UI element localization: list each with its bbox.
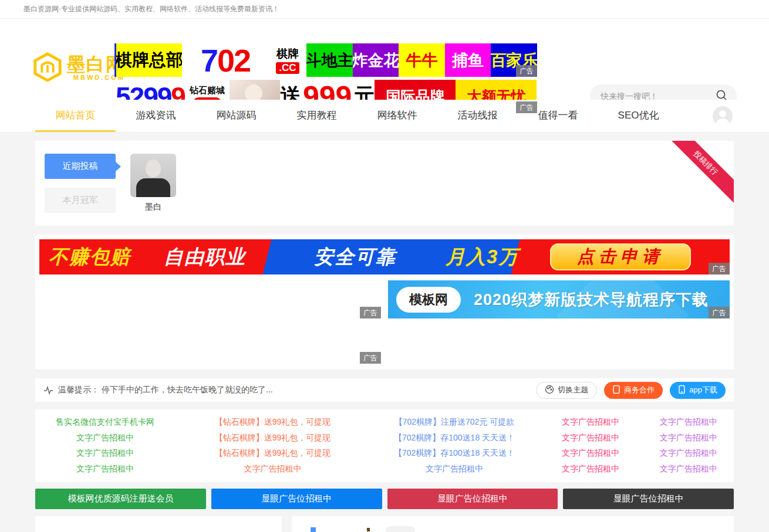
user-avatar-icon[interactable] bbox=[713, 106, 733, 126]
ad-badge: 广告 bbox=[709, 307, 730, 318]
text-ad-link[interactable]: 【702棋牌】注册送702元 可提款 bbox=[370, 417, 538, 428]
text-ad-link[interactable]: 文字广告招租中 bbox=[35, 448, 175, 459]
text-ad-link[interactable]: 文字广告招租中 bbox=[643, 417, 734, 428]
banner-button-ad-rent-1[interactable]: 显眼广告位招租中 bbox=[211, 489, 382, 509]
text-ad-link[interactable]: 文字广告招租中 bbox=[538, 464, 643, 475]
contributor-name: 墨白 bbox=[130, 202, 176, 212]
section-tab-peek bbox=[386, 526, 415, 532]
ad-badge: 广告 bbox=[516, 65, 537, 77]
palette-icon bbox=[545, 385, 554, 396]
banner-game: 牛牛 bbox=[399, 43, 445, 77]
ad-slot-empty[interactable] bbox=[388, 324, 730, 364]
contributors-card: 投稿排行 近期投稿 本月冠军 墨白 bbox=[35, 141, 734, 226]
text-ad-link[interactable]: 文字广告招租中 bbox=[538, 448, 643, 459]
ad-banner-702-qipai[interactable]: 棋牌总部 702 棋牌 .CC 斗地主 炸金花 牛牛 捕鱼 百家乐 广告 bbox=[114, 43, 537, 77]
banner-number: 702 bbox=[182, 43, 269, 77]
text-ad-link[interactable]: 文字广告招租中 bbox=[643, 464, 734, 475]
site-header: 墨白网 MBWD.COM 棋牌总部 702 棋牌 .CC 斗地主 炸金花 牛牛 … bbox=[0, 19, 769, 100]
muban-brand-pill: 模板网 bbox=[396, 287, 461, 313]
ad-slot-empty[interactable]: 广告 bbox=[39, 280, 381, 318]
nav-item-tutorials[interactable]: 实用教程 bbox=[276, 100, 357, 132]
text-ad-link[interactable]: 文字广告招租中 bbox=[35, 464, 175, 475]
ad-badge: 广告 bbox=[516, 101, 537, 113]
ad-banners-card: 不赚包赔 自由职业 安全可靠 月入3万 点击申请 广告 广告 模板网 2020织… bbox=[35, 235, 734, 370]
text-ad-link[interactable]: 【钻石棋牌】送99礼包，可提现 bbox=[175, 433, 370, 443]
banner-segment: 棋牌总部 bbox=[116, 43, 182, 77]
ad-badge: 广告 bbox=[360, 307, 381, 318]
banner-buttons-row: 模板网优质源码注册送会员 显眼广告位招租中 显眼广告位招租中 显眼广告位招租中 bbox=[35, 489, 734, 509]
banner-cc-stack: 棋牌 .CC bbox=[269, 43, 306, 77]
contrib-ranking-ribbon[interactable]: 投稿排行 bbox=[658, 141, 734, 211]
bottom-left-card bbox=[35, 516, 282, 532]
nav-item-activities[interactable]: 活动线报 bbox=[437, 100, 518, 132]
text-ad-link[interactable]: 【钻石棋牌】送99礼包，可提现 bbox=[175, 448, 370, 459]
ad-slot-row-2: 广告 bbox=[39, 324, 730, 364]
banner-button-ad-rent-2[interactable]: 显眼广告位招租中 bbox=[387, 489, 558, 509]
ad-banner-freelance-job[interactable]: 不赚包赔 自由职业 安全可靠 月入3万 点击申请 广告 bbox=[39, 239, 730, 275]
banner-brand: 钻石赌城 bbox=[190, 85, 225, 96]
notice-message: 停下手中的工作，快去吃午饭晚了就没的吃了... bbox=[102, 385, 273, 395]
ad-slot-row-1: 广告 模板网 2020织梦新版技术导航程序下载 广告 bbox=[39, 280, 730, 318]
text-ad-link[interactable]: 文字广告招租中 bbox=[643, 433, 734, 443]
contributor-item[interactable]: 墨白 bbox=[130, 154, 176, 212]
text-ad-link[interactable]: 文字广告招租中 bbox=[35, 433, 175, 443]
phone-icon bbox=[678, 385, 686, 396]
text-ad-link[interactable]: 【702棋牌】存100送18 天天送！ bbox=[370, 433, 538, 443]
bottom-section bbox=[35, 516, 734, 532]
banner-game: 斗地主 bbox=[306, 43, 353, 77]
section-accent-dot bbox=[367, 528, 370, 531]
ad-slot-empty[interactable]: 广告 bbox=[39, 324, 381, 364]
app-download-button[interactable]: app下载 bbox=[670, 382, 726, 399]
banner-button-muban-vip[interactable]: 模板网优质源码注册送会员 bbox=[35, 489, 206, 509]
tab-month-champion[interactable]: 本月冠军 bbox=[45, 188, 116, 213]
contact-book-icon bbox=[612, 385, 620, 396]
announcement-text: 墨白资源网·专业提供网站源码、实用教程、网络软件、活动线报等免费最新资讯！ bbox=[23, 4, 279, 14]
notice-bar: 温馨提示： 停下手中的工作，快去吃午饭晚了就没的吃了... 切换主题 bbox=[35, 378, 734, 402]
bottom-right-card bbox=[292, 516, 734, 532]
nav-item-software[interactable]: 网络软件 bbox=[357, 100, 437, 132]
text-ad-link[interactable]: 【702棋牌】存100送18 天天送！ bbox=[370, 448, 538, 459]
text-ad-link[interactable]: 文字广告招租中 bbox=[175, 464, 370, 475]
nav-item-source-code[interactable]: 网站源码 bbox=[196, 100, 276, 132]
text-ad-link[interactable]: 【钻石棋牌】送99礼包，可提现 bbox=[175, 417, 370, 428]
ad-badge: 广告 bbox=[709, 263, 730, 275]
main-nav: 网站首页 游戏资讯 网站源码 实用教程 网络软件 活动线报 值得一看 SEO优化 bbox=[0, 100, 769, 133]
text-ad-link[interactable]: 文字广告招租中 bbox=[538, 417, 643, 428]
text-ad-link[interactable]: 文字广告招租中 bbox=[643, 448, 734, 459]
notice-label: 温馨提示： bbox=[58, 385, 99, 395]
site-logo[interactable]: 墨白网 MBWD.COM bbox=[32, 52, 125, 84]
nav-item-seo[interactable]: SEO优化 bbox=[598, 100, 679, 132]
page-content: 投稿排行 近期投稿 本月冠军 墨白 不赚包赔 自由职业 安全可靠 月入3万 点击… bbox=[35, 141, 734, 532]
text-ad-link[interactable]: 文字广告招租中 bbox=[370, 464, 538, 475]
text-ad-link[interactable]: 文字广告招租中 bbox=[538, 433, 643, 443]
banner-game: 炸金花 bbox=[353, 43, 399, 77]
banner-button-ad-rent-3[interactable]: 显眼广告位招租中 bbox=[563, 489, 734, 509]
apply-now-button[interactable]: 点击申请 bbox=[550, 243, 691, 270]
text-ad-link[interactable]: 售实名微信支付宝手机卡网 bbox=[35, 417, 175, 428]
ad-banner-muban-template[interactable]: 模板网 2020织梦新版技术导航程序下载 广告 bbox=[388, 280, 730, 318]
tab-recent-posts[interactable]: 近期投稿 bbox=[45, 154, 116, 179]
ad-badge: 广告 bbox=[360, 352, 381, 364]
section-accent-mark bbox=[311, 527, 316, 532]
text-ads-grid: 售实名微信支付宝手机卡网 【钻石棋牌】送99礼包，可提现 【702棋牌】注册送7… bbox=[35, 409, 734, 482]
contributor-avatar bbox=[130, 154, 176, 197]
logo-hexagon-icon bbox=[32, 52, 63, 84]
pulse-icon bbox=[43, 385, 53, 395]
nav-item-home[interactable]: 网站首页 bbox=[35, 100, 116, 132]
banner-game: 捕鱼 bbox=[445, 43, 491, 77]
switch-theme-button[interactable]: 切换主题 bbox=[536, 382, 597, 399]
nav-item-game-news[interactable]: 游戏资讯 bbox=[116, 100, 196, 132]
business-cooperation-button[interactable]: 商务合作 bbox=[604, 382, 663, 399]
top-announcement-bar: 墨白资源网·专业提供网站源码、实用教程、网络软件、活动线报等免费最新资讯！ bbox=[0, 0, 769, 19]
